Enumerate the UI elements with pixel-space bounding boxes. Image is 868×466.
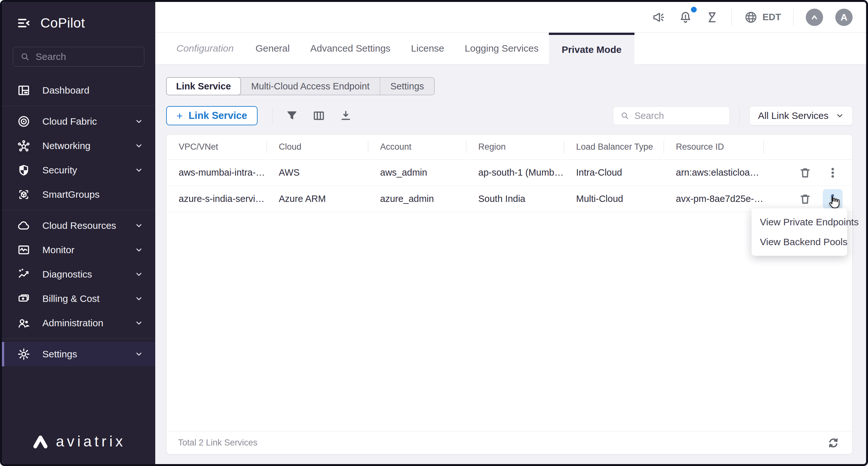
download-icon[interactable]	[332, 109, 359, 123]
cell-resource-id: arn:aws:elasticloa…	[664, 167, 764, 178]
sidebar-item-cloud-resources[interactable]: Cloud Resources	[2, 213, 155, 238]
cell-cloud: Azure ARM	[267, 194, 368, 204]
toolbar-divider	[272, 107, 273, 124]
tabbar: Configuration General Advanced Settings …	[155, 33, 866, 64]
user-avatar[interactable]: A	[835, 9, 852, 26]
cell-resource-id: avx-pm-8ae7d25e-…	[664, 194, 764, 204]
users-icon	[17, 316, 31, 330]
menu-item-view-private-endpoints[interactable]: View Private Endpoints	[751, 212, 847, 232]
announcements-icon[interactable]	[651, 10, 666, 25]
billing-icon	[17, 292, 31, 305]
aviatrix-logo: aviatrix	[2, 422, 155, 464]
table-row[interactable]: aws-mumbai-intra-… AWS aws_admin ap-sout…	[166, 160, 852, 186]
sidebar-item-administration[interactable]: Administration	[2, 311, 155, 335]
column-header-cloud[interactable]: Cloud	[267, 142, 368, 152]
cloud-icon	[17, 219, 31, 232]
trash-icon[interactable]	[795, 189, 815, 209]
menu-item-view-backend-pools[interactable]: View Backend Pools	[751, 232, 847, 252]
tab-private-mode[interactable]: Private Mode	[549, 33, 634, 64]
avatar-initial: A	[840, 12, 847, 23]
chevron-down-icon	[135, 350, 143, 358]
tab-context-label: Configuration	[166, 33, 245, 64]
toolbar-right: All Link Services	[613, 106, 852, 125]
trash-icon[interactable]	[795, 163, 815, 183]
kebab-menu-icon[interactable]	[823, 163, 843, 183]
sidebar-item-label: Monitor	[42, 244, 74, 256]
sidebar-item-settings[interactable]: Settings	[2, 342, 155, 366]
cell-lb-type: Intra-Cloud	[564, 167, 664, 178]
row-context-menu: View Private Endpoints View Backend Pool…	[751, 208, 847, 256]
sidebar-nav: Dashboard Cloud Fabric Networking Securi…	[2, 78, 155, 422]
table-search-input[interactable]	[634, 110, 722, 121]
app-window: CoPilot Dashboard Cloud Fabric Networkin…	[0, 0, 868, 466]
refresh-icon[interactable]	[826, 436, 841, 450]
subtab-link-service[interactable]: Link Service	[166, 77, 241, 95]
toolbar: + Link Service	[166, 106, 852, 125]
column-header-region[interactable]: Region	[466, 142, 564, 152]
subtab-group: Link Service Multi-Cloud Access Endpoint…	[166, 77, 435, 95]
sidebar-item-cloud-fabric[interactable]: Cloud Fabric	[2, 109, 155, 134]
link-services-scope-dropdown[interactable]: All Link Services	[749, 106, 852, 125]
timezone-selector[interactable]: EDT	[744, 10, 781, 24]
sidebar-item-label: Networking	[42, 140, 90, 151]
topbar: EDT A	[155, 2, 866, 33]
row-actions	[764, 189, 852, 209]
table-row[interactable]: azure-s-india-servi… Azure ARM azure_adm…	[166, 186, 852, 212]
aviatrix-wordmark: aviatrix	[56, 433, 126, 450]
sidebar-item-smartgroups[interactable]: SmartGroups	[2, 182, 155, 207]
chevron-down-icon	[135, 270, 143, 278]
sidebar-item-diagnostics[interactable]: Diagnostics	[2, 262, 155, 287]
sidebar-item-networking[interactable]: Networking	[2, 134, 155, 158]
app-title: CoPilot	[40, 15, 85, 31]
sidebar-item-billing[interactable]: Billing & Cost	[2, 287, 155, 311]
notifications-bell-icon[interactable]	[678, 10, 693, 25]
sidebar-search-input[interactable]	[36, 51, 137, 62]
sidebar-item-label: Cloud Resources	[42, 220, 116, 231]
table-search[interactable]	[613, 106, 730, 125]
cell-vpc: aws-mumbai-intra-…	[166, 167, 267, 178]
cell-region: ap-south-1 (Mumbai)	[466, 167, 564, 178]
gear-icon	[17, 347, 31, 361]
tab-advanced-settings[interactable]: Advanced Settings	[300, 33, 401, 64]
content: Link Service Multi-Cloud Access Endpoint…	[155, 64, 866, 464]
kebab-menu-icon-active[interactable]	[823, 189, 843, 209]
controller-avatar[interactable]	[806, 9, 823, 26]
subtab-multicloud-access-endpoint[interactable]: Multi-Cloud Access Endpoint	[241, 77, 380, 95]
sidebar-item-dashboard[interactable]: Dashboard	[2, 78, 155, 103]
chevron-down-icon	[836, 111, 844, 120]
toolbar-divider	[739, 106, 740, 125]
sidebar-item-label: SmartGroups	[42, 189, 99, 200]
sidebar-search[interactable]	[13, 47, 144, 67]
sidebar-item-security[interactable]: Security	[2, 158, 155, 182]
main-area: EDT A Configuration General Advanced Set…	[155, 2, 866, 464]
filter-icon[interactable]	[278, 109, 305, 123]
chevron-up-icon	[810, 12, 819, 22]
column-header-resource-id[interactable]: Resource ID	[664, 142, 764, 152]
add-link-service-button[interactable]: + Link Service	[166, 106, 257, 125]
subtab-settings[interactable]: Settings	[380, 77, 434, 95]
tab-general[interactable]: General	[245, 33, 300, 64]
chevron-down-icon	[135, 166, 143, 174]
columns-icon[interactable]	[305, 109, 332, 123]
scope-dropdown-value: All Link Services	[758, 110, 829, 121]
column-header-lb-type[interactable]: Load Balancer Type	[564, 142, 664, 152]
tab-license[interactable]: License	[401, 33, 454, 64]
sidebar-divider	[2, 338, 155, 339]
topbar-divider	[731, 9, 732, 26]
sidebar-item-monitor[interactable]: Monitor	[2, 238, 155, 262]
cell-account: aws_admin	[368, 167, 466, 178]
column-header-vpc[interactable]: VPC/VNet	[166, 142, 267, 152]
networking-icon	[17, 139, 31, 153]
column-header-account[interactable]: Account	[368, 142, 466, 152]
tab-logging-services[interactable]: Logging Services	[455, 33, 549, 64]
globe-icon	[744, 10, 758, 24]
hourglass-icon[interactable]	[705, 10, 719, 24]
cell-vpc: azure-s-india-servi…	[166, 194, 267, 204]
sidebar-item-label: Billing & Cost	[42, 293, 99, 304]
shield-icon	[17, 163, 31, 177]
chevron-down-icon	[135, 117, 143, 126]
cell-cloud: AWS	[267, 167, 368, 178]
chevron-down-icon	[135, 246, 143, 254]
dashboard-icon	[17, 84, 31, 97]
sidebar-collapse-icon[interactable]	[17, 16, 31, 30]
